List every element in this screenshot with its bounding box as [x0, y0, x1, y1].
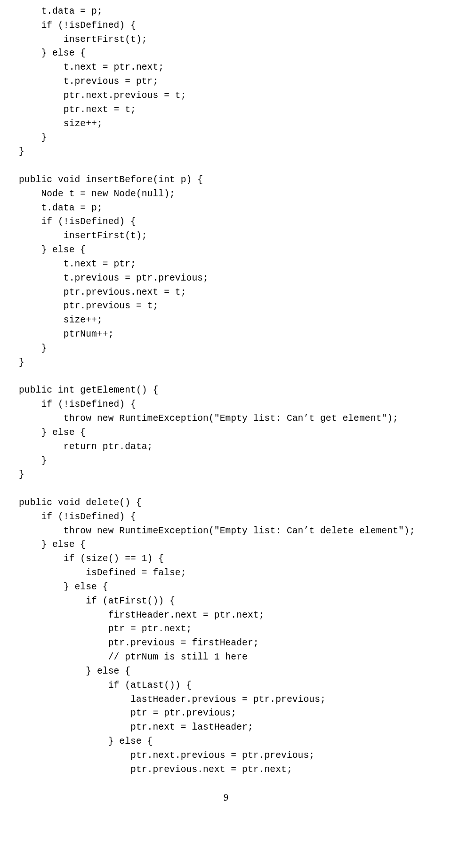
- document-page: t.data = p; if (!isDefined) { insertFirs…: [0, 0, 452, 819]
- page-number: 9: [0, 790, 452, 805]
- code-listing: t.data = p; if (!isDefined) { insertFirs…: [0, 5, 452, 777]
